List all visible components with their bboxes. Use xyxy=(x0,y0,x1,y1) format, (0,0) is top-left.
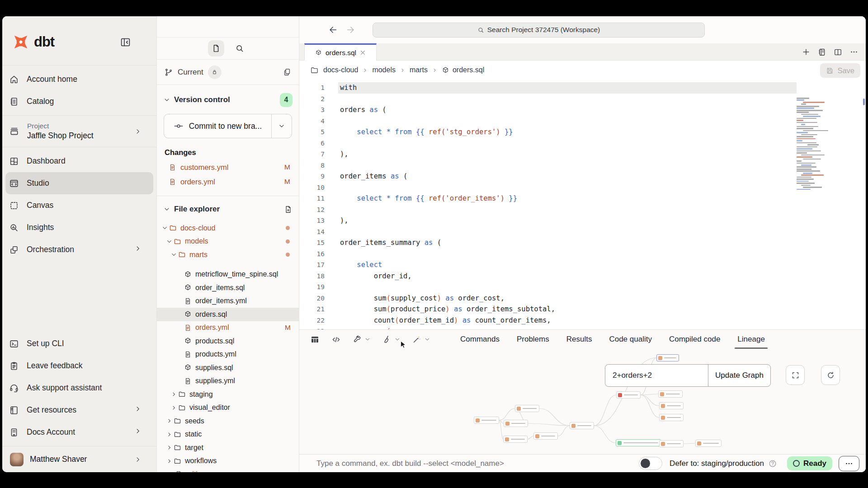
lineage-node[interactable] xyxy=(695,440,722,447)
sidebar-item-get-resources[interactable]: Get resources xyxy=(2,399,156,421)
new-tab-icon[interactable] xyxy=(802,47,811,56)
back-button[interactable] xyxy=(328,25,338,35)
defer-toggle[interactable] xyxy=(639,457,662,470)
panel-tab-problems[interactable]: Problems xyxy=(517,330,549,349)
changed-file-row[interactable]: customers.ymlM xyxy=(157,160,299,174)
version-control-header[interactable]: Version control 4 xyxy=(163,92,292,108)
lineage-node[interactable] xyxy=(533,432,558,440)
tree-item[interactable]: products.sql xyxy=(157,334,299,348)
user-menu[interactable]: Matthew Shaver xyxy=(2,446,156,472)
lineage-node[interactable] xyxy=(658,390,683,398)
lineage-node[interactable] xyxy=(515,405,539,412)
version-control-title: Version control xyxy=(174,95,230,104)
lineage-node[interactable] xyxy=(503,436,528,443)
split-view-icon[interactable] xyxy=(834,48,842,56)
breadcrumb-item[interactable]: marts xyxy=(410,66,428,74)
ai-fix-icon[interactable] xyxy=(412,335,421,344)
breadcrumb-item[interactable]: orders.sql xyxy=(453,66,484,74)
fullscreen-button[interactable] xyxy=(786,365,805,385)
panel-tab-commands[interactable]: Commands xyxy=(460,330,500,349)
tree-item[interactable]: products.yml xyxy=(157,348,299,361)
tree-item[interactable]: static xyxy=(157,428,299,441)
tree-item[interactable]: .gitignore xyxy=(157,468,299,472)
commit-options-button[interactable] xyxy=(271,114,292,138)
tree-item[interactable]: target xyxy=(157,441,299,455)
tree-item[interactable]: metricflow_time_spine.sql xyxy=(157,268,299,282)
collapse-sidebar-icon[interactable] xyxy=(120,37,131,48)
code-icon[interactable] xyxy=(331,335,341,344)
notebook-icon[interactable] xyxy=(818,48,826,56)
chevron-down-icon[interactable] xyxy=(364,336,371,343)
copy-branch-icon[interactable] xyxy=(283,68,292,77)
update-graph-button[interactable]: Update Graph xyxy=(708,365,770,386)
tab-orders-sql[interactable]: orders.sql xyxy=(304,43,377,61)
changed-file-row[interactable]: orders.ymlM xyxy=(157,174,299,189)
code-editor[interactable]: 1with23orders as (45 select * from {{ re… xyxy=(299,80,866,329)
tree-item[interactable]: marts xyxy=(157,248,299,262)
tree-item[interactable]: visual_editor xyxy=(157,401,299,415)
tree-item[interactable]: staging xyxy=(157,388,299,401)
lineage-node[interactable] xyxy=(659,414,684,421)
search-files-button[interactable] xyxy=(231,40,248,56)
editor-scrollbar[interactable] xyxy=(863,99,865,105)
sidebar-item-dashboard[interactable]: Dashboard xyxy=(2,150,156,172)
sidebar-item-ask-support[interactable]: Ask support assistant xyxy=(2,377,156,399)
sidebar-item-insights[interactable]: Insights xyxy=(2,216,156,239)
chevron-right-icon xyxy=(166,458,173,465)
panel-tab-results[interactable]: Results xyxy=(566,330,592,349)
save-button[interactable]: Save xyxy=(820,63,860,78)
sidebar: dbt Account homeCatalog Project Jaffle S… xyxy=(2,16,156,472)
forward-button[interactable] xyxy=(345,25,355,35)
chevron-down-icon[interactable] xyxy=(424,336,430,343)
close-tab-icon[interactable] xyxy=(360,50,366,56)
panel-tab-compiled-code[interactable]: Compiled code xyxy=(669,330,720,349)
lineage-node[interactable] xyxy=(504,420,528,427)
tree-item[interactable]: workflows xyxy=(157,455,299,468)
command-input[interactable]: Type a command, ex. dbt build --select <… xyxy=(316,459,639,468)
breadcrumb-item[interactable]: models xyxy=(372,66,396,74)
sidebar-item-project[interactable]: Project Jaffle Shop Project xyxy=(2,116,156,147)
lineage-node[interactable] xyxy=(656,354,679,361)
tree-item[interactable]: orders.ymlM xyxy=(157,321,299,335)
sidebar-item-setup-cli[interactable]: Set up CLI xyxy=(2,333,156,355)
lineage-node[interactable] xyxy=(616,391,641,399)
tree-item[interactable]: docs-cloud xyxy=(157,221,299,235)
file-explorer-header[interactable]: File explorer xyxy=(163,202,292,217)
sidebar-item-studio[interactable]: Studio xyxy=(5,172,153,194)
tree-item[interactable]: supplies.yml xyxy=(157,375,299,388)
more-options-icon[interactable] xyxy=(849,47,859,56)
panel-tab-lineage[interactable]: Lineage xyxy=(737,330,765,349)
file-explorer-toggle-button[interactable] xyxy=(208,40,224,56)
sidebar-item-canvas[interactable]: Canvas xyxy=(2,194,156,216)
sidebar-item-docs-account[interactable]: Docs Account xyxy=(2,421,156,443)
lineage-node[interactable] xyxy=(616,439,661,446)
tree-item[interactable]: order_items.sql xyxy=(157,281,299,295)
tree-item[interactable]: orders.sql xyxy=(157,308,299,321)
sidebar-item-orchestration[interactable]: Orchestration xyxy=(2,239,156,261)
sidebar-item-leave-feedback[interactable]: Leave feedback xyxy=(2,355,156,377)
breadcrumb-item[interactable]: docs-cloud xyxy=(323,66,358,74)
commit-button[interactable]: Commit to new bra... xyxy=(164,114,271,138)
lineage-node[interactable] xyxy=(659,440,684,447)
help-icon[interactable] xyxy=(768,459,777,468)
project-search-bar[interactable]: Search Project 372475 (Workspace) xyxy=(373,23,705,38)
more-actions-button[interactable] xyxy=(839,456,859,471)
tree-item[interactable]: order_items.yml xyxy=(157,295,299,308)
minimap[interactable] xyxy=(797,98,840,191)
sidebar-item-label: Ask support assistant xyxy=(27,383,102,393)
results-table-icon[interactable] xyxy=(310,335,320,344)
tree-item[interactable]: seeds xyxy=(157,414,299,428)
lineage-node[interactable] xyxy=(570,422,594,429)
cleanup-icon[interactable] xyxy=(382,335,392,344)
sidebar-item-account-home[interactable]: Account home xyxy=(2,68,156,90)
panel-tab-code-quality[interactable]: Code quality xyxy=(609,330,652,349)
lineage-node[interactable] xyxy=(474,417,499,424)
lineage-selector-input[interactable]: 2+orders+2 xyxy=(605,365,708,386)
sidebar-item-catalog[interactable]: Catalog xyxy=(2,90,156,113)
new-file-icon[interactable] xyxy=(284,205,292,214)
lineage-node[interactable] xyxy=(659,402,684,409)
refresh-graph-button[interactable] xyxy=(821,365,840,385)
tree-item[interactable]: supplies.sql xyxy=(157,361,299,375)
build-tools-icon[interactable] xyxy=(353,335,362,344)
tree-item[interactable]: models xyxy=(157,235,299,249)
